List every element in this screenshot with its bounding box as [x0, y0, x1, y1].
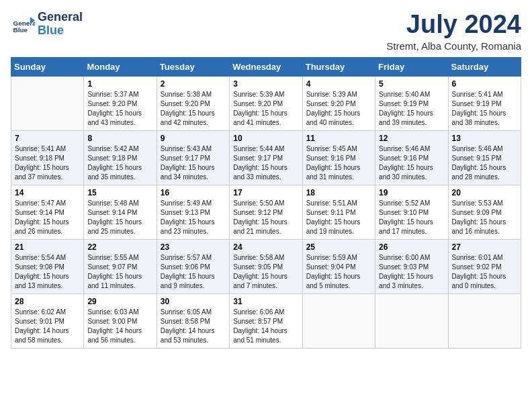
- day-info: Sunrise: 6:01 AM Sunset: 9:02 PM Dayligh…: [452, 253, 517, 291]
- day-info: Sunrise: 6:03 AM Sunset: 9:00 PM Dayligh…: [87, 308, 152, 345]
- day-info: Sunrise: 5:53 AM Sunset: 9:09 PM Dayligh…: [452, 199, 517, 236]
- calendar-week-row: 28Sunrise: 6:02 AM Sunset: 9:01 PM Dayli…: [11, 293, 521, 348]
- calendar-week-row: 14Sunrise: 5:47 AM Sunset: 9:14 PM Dayli…: [11, 185, 521, 239]
- calendar-cell: 2Sunrise: 5:38 AM Sunset: 9:20 PM Daylig…: [157, 76, 229, 130]
- day-number: 27: [452, 242, 517, 252]
- calendar-cell: 12Sunrise: 5:46 AM Sunset: 9:16 PM Dayli…: [375, 130, 448, 185]
- day-number: 6: [452, 79, 517, 89]
- calendar-cell: 4Sunrise: 5:39 AM Sunset: 9:20 PM Daylig…: [302, 76, 375, 130]
- logo-text-line1: General: [38, 11, 83, 24]
- svg-text:Blue: Blue: [13, 26, 28, 33]
- calendar-cell: 1Sunrise: 5:37 AM Sunset: 9:20 PM Daylig…: [84, 76, 157, 130]
- calendar-cell: 20Sunrise: 5:53 AM Sunset: 9:09 PM Dayli…: [448, 185, 521, 239]
- day-number: 25: [306, 242, 371, 252]
- day-number: 14: [15, 188, 80, 197]
- calendar-cell: 6Sunrise: 5:41 AM Sunset: 9:19 PM Daylig…: [448, 76, 521, 130]
- calendar-cell: 3Sunrise: 5:39 AM Sunset: 9:20 PM Daylig…: [230, 76, 302, 130]
- calendar-cell: 25Sunrise: 5:59 AM Sunset: 9:04 PM Dayli…: [302, 239, 375, 293]
- day-number: 30: [161, 297, 226, 306]
- day-info: Sunrise: 5:58 AM Sunset: 9:05 PM Dayligh…: [233, 253, 298, 291]
- day-number: 5: [379, 79, 444, 89]
- calendar-cell: 31Sunrise: 6:06 AM Sunset: 8:57 PM Dayli…: [230, 293, 302, 348]
- day-number: 17: [233, 188, 298, 197]
- day-number: 15: [87, 188, 152, 197]
- day-number: 22: [87, 242, 152, 252]
- weekday-header-row: SundayMondayTuesdayWednesdayThursdayFrid…: [11, 57, 521, 76]
- day-number: 20: [452, 188, 517, 197]
- day-number: 13: [452, 134, 517, 143]
- day-info: Sunrise: 6:05 AM Sunset: 8:58 PM Dayligh…: [161, 308, 226, 345]
- calendar-cell: 10Sunrise: 5:44 AM Sunset: 9:17 PM Dayli…: [230, 130, 302, 185]
- day-info: Sunrise: 5:43 AM Sunset: 9:17 PM Dayligh…: [161, 144, 226, 182]
- calendar-cell: 8Sunrise: 5:42 AM Sunset: 9:18 PM Daylig…: [84, 130, 157, 185]
- day-number: 29: [87, 297, 152, 306]
- calendar-cell: 26Sunrise: 6:00 AM Sunset: 9:03 PM Dayli…: [375, 239, 448, 293]
- calendar-cell: 30Sunrise: 6:05 AM Sunset: 8:58 PM Dayli…: [157, 293, 229, 348]
- calendar-cell: [11, 76, 84, 130]
- day-info: Sunrise: 5:44 AM Sunset: 9:17 PM Dayligh…: [233, 144, 298, 182]
- day-info: Sunrise: 5:46 AM Sunset: 9:16 PM Dayligh…: [379, 144, 444, 182]
- day-number: 23: [161, 242, 226, 252]
- day-number: 10: [233, 134, 298, 143]
- day-info: Sunrise: 5:59 AM Sunset: 9:04 PM Dayligh…: [306, 253, 371, 291]
- day-info: Sunrise: 5:37 AM Sunset: 9:20 PM Dayligh…: [87, 90, 152, 128]
- weekday-header-thursday: Thursday: [302, 57, 375, 76]
- day-info: Sunrise: 6:06 AM Sunset: 8:57 PM Dayligh…: [233, 308, 298, 345]
- page-header: General Blue General Blue July 2024 Stre…: [11, 11, 521, 52]
- calendar-cell: 7Sunrise: 5:41 AM Sunset: 9:18 PM Daylig…: [11, 130, 84, 185]
- day-info: Sunrise: 5:40 AM Sunset: 9:19 PM Dayligh…: [379, 90, 444, 128]
- day-info: Sunrise: 5:38 AM Sunset: 9:20 PM Dayligh…: [161, 90, 226, 128]
- day-number: 24: [233, 242, 298, 252]
- day-number: 18: [306, 188, 371, 197]
- calendar-week-row: 7Sunrise: 5:41 AM Sunset: 9:18 PM Daylig…: [11, 130, 521, 185]
- weekday-header-saturday: Saturday: [448, 57, 521, 76]
- calendar-cell: 9Sunrise: 5:43 AM Sunset: 9:17 PM Daylig…: [157, 130, 229, 185]
- calendar-cell: 27Sunrise: 6:01 AM Sunset: 9:02 PM Dayli…: [448, 239, 521, 293]
- logo-text-line2: Blue: [38, 24, 83, 38]
- calendar-cell: 16Sunrise: 5:49 AM Sunset: 9:13 PM Dayli…: [157, 185, 229, 239]
- month-title: July 2024: [386, 11, 521, 39]
- calendar-week-row: 21Sunrise: 5:54 AM Sunset: 9:08 PM Dayli…: [11, 239, 521, 293]
- day-info: Sunrise: 5:57 AM Sunset: 9:06 PM Dayligh…: [161, 253, 226, 291]
- calendar-cell: 14Sunrise: 5:47 AM Sunset: 9:14 PM Dayli…: [11, 185, 84, 239]
- day-info: Sunrise: 5:39 AM Sunset: 9:20 PM Dayligh…: [306, 90, 371, 128]
- weekday-header-monday: Monday: [84, 57, 157, 76]
- calendar-cell: 28Sunrise: 6:02 AM Sunset: 9:01 PM Dayli…: [11, 293, 84, 348]
- day-number: 9: [161, 134, 226, 143]
- calendar-cell: 24Sunrise: 5:58 AM Sunset: 9:05 PM Dayli…: [230, 239, 302, 293]
- calendar-cell: [302, 293, 375, 348]
- day-number: 8: [87, 134, 152, 143]
- day-info: Sunrise: 5:45 AM Sunset: 9:16 PM Dayligh…: [306, 144, 371, 182]
- day-info: Sunrise: 5:55 AM Sunset: 9:07 PM Dayligh…: [87, 253, 152, 291]
- weekday-header-wednesday: Wednesday: [230, 57, 302, 76]
- calendar-cell: 22Sunrise: 5:55 AM Sunset: 9:07 PM Dayli…: [84, 239, 157, 293]
- calendar-cell: 11Sunrise: 5:45 AM Sunset: 9:16 PM Dayli…: [302, 130, 375, 185]
- calendar-cell: 5Sunrise: 5:40 AM Sunset: 9:19 PM Daylig…: [375, 76, 448, 130]
- calendar-cell: 18Sunrise: 5:51 AM Sunset: 9:11 PM Dayli…: [302, 185, 375, 239]
- day-info: Sunrise: 6:02 AM Sunset: 9:01 PM Dayligh…: [15, 308, 80, 345]
- weekday-header-sunday: Sunday: [11, 57, 84, 76]
- day-info: Sunrise: 5:48 AM Sunset: 9:14 PM Dayligh…: [87, 199, 152, 236]
- calendar-cell: 29Sunrise: 6:03 AM Sunset: 9:00 PM Dayli…: [84, 293, 157, 348]
- day-number: 4: [306, 79, 371, 89]
- calendar-cell: 21Sunrise: 5:54 AM Sunset: 9:08 PM Dayli…: [11, 239, 84, 293]
- location: Stremt, Alba County, Romania: [386, 40, 521, 52]
- day-info: Sunrise: 5:46 AM Sunset: 9:15 PM Dayligh…: [452, 144, 517, 182]
- day-info: Sunrise: 5:41 AM Sunset: 9:19 PM Dayligh…: [452, 90, 517, 128]
- day-info: Sunrise: 6:00 AM Sunset: 9:03 PM Dayligh…: [379, 253, 444, 291]
- calendar-cell: [448, 293, 521, 348]
- calendar-cell: [375, 293, 448, 348]
- day-number: 12: [379, 134, 444, 143]
- day-number: 1: [87, 79, 152, 89]
- day-info: Sunrise: 5:49 AM Sunset: 9:13 PM Dayligh…: [161, 199, 226, 236]
- day-info: Sunrise: 5:54 AM Sunset: 9:08 PM Dayligh…: [15, 253, 80, 291]
- day-info: Sunrise: 5:50 AM Sunset: 9:12 PM Dayligh…: [233, 199, 298, 236]
- day-info: Sunrise: 5:52 AM Sunset: 9:10 PM Dayligh…: [379, 199, 444, 236]
- day-number: 7: [15, 134, 80, 143]
- day-number: 31: [233, 297, 298, 306]
- calendar-table: SundayMondayTuesdayWednesdayThursdayFrid…: [11, 57, 521, 349]
- day-info: Sunrise: 5:41 AM Sunset: 9:18 PM Dayligh…: [15, 144, 80, 182]
- calendar-cell: 13Sunrise: 5:46 AM Sunset: 9:15 PM Dayli…: [448, 130, 521, 185]
- calendar-cell: 15Sunrise: 5:48 AM Sunset: 9:14 PM Dayli…: [84, 185, 157, 239]
- calendar-cell: 23Sunrise: 5:57 AM Sunset: 9:06 PM Dayli…: [157, 239, 229, 293]
